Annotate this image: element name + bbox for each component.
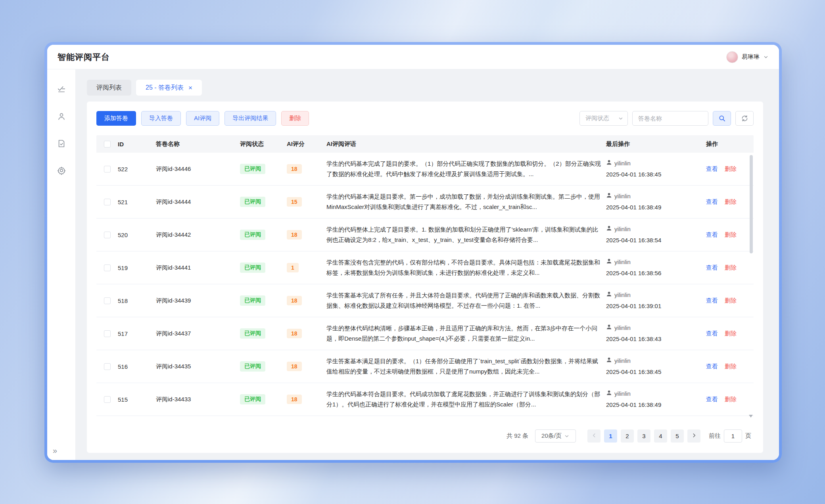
view-link[interactable]: 查看 xyxy=(706,330,718,337)
view-link[interactable]: 查看 xyxy=(706,198,718,206)
view-link[interactable]: 查看 xyxy=(706,297,718,305)
tab-review-list[interactable]: 评阅列表 xyxy=(87,80,131,96)
page-button-5[interactable]: 5 xyxy=(671,429,684,443)
page-button-2[interactable]: 2 xyxy=(621,429,634,443)
score-badge: 15 xyxy=(287,197,302,207)
add-answer-button[interactable]: 添加答卷 xyxy=(96,111,136,126)
delete-link[interactable]: 删除 xyxy=(725,264,737,272)
user-menu[interactable]: 易琳琳 xyxy=(726,51,769,63)
column-header-lastop: 最后操作 xyxy=(606,140,706,148)
operation-time: 2025-04-01 16:38:54 xyxy=(606,235,702,246)
cell-last-operation: yilinlin 2025-04-01 16:39:01 xyxy=(606,289,706,312)
table-row: 516 评阅id-34435 已评阅 18 学生答案基本满足题目的要求。（1）任… xyxy=(96,350,754,383)
operation-time: 2025-04-01 16:39:01 xyxy=(606,301,702,312)
close-icon[interactable]: × xyxy=(188,84,192,91)
answers-table: ID 答卷名称 评阅状态 AI评分 AI评阅评语 最后操作 操作 522 评阅i xyxy=(96,135,754,422)
view-link[interactable]: 查看 xyxy=(706,363,718,370)
goto-page-input[interactable] xyxy=(724,429,742,443)
delete-link[interactable]: 删除 xyxy=(725,396,737,403)
status-badge: 已评阅 xyxy=(240,394,265,404)
delete-link[interactable]: 删除 xyxy=(725,165,737,173)
content-card: 添加答卷 导入答卷 AI评阅 导出评阅结果 删除 评阅状态 xyxy=(87,102,763,453)
next-page-button[interactable] xyxy=(687,429,700,443)
cell-score: 18 xyxy=(287,296,326,305)
page-button-1[interactable]: 1 xyxy=(604,429,617,443)
view-link[interactable]: 查看 xyxy=(706,231,718,239)
cell-comment: 学生的代码基本满足题目要求。第一步中，成功加载了数据，并划分成训练集和测试集。第… xyxy=(326,192,606,212)
chevron-down-icon xyxy=(618,116,624,121)
cell-actions: 查看 删除 xyxy=(706,330,754,337)
view-link[interactable]: 查看 xyxy=(706,264,718,272)
avatar[interactable] xyxy=(726,51,738,63)
prev-page-button[interactable] xyxy=(587,429,601,443)
cell-score: 18 xyxy=(287,329,326,338)
table-row: 517 评阅id-34437 已评阅 18 学生的整体代码结构清晰，步骤基本正确… xyxy=(96,317,754,350)
row-checkbox[interactable] xyxy=(104,330,111,337)
delete-button[interactable]: 删除 xyxy=(281,111,309,126)
ai-review-button[interactable]: AI评阅 xyxy=(186,111,219,126)
sidebar-collapse-button[interactable]: » xyxy=(53,446,57,455)
settings-gear-icon[interactable] xyxy=(57,166,66,175)
cell-status: 已评阅 xyxy=(240,328,287,339)
review-list-icon[interactable] xyxy=(57,85,66,94)
document-check-icon[interactable] xyxy=(57,139,66,148)
search-input[interactable] xyxy=(632,111,708,126)
scroll-down-arrow-icon[interactable] xyxy=(749,415,753,418)
cell-id: 519 xyxy=(118,264,156,271)
cell-comment: 学生答案基本完成了所有任务，并且大体符合题目要求。代码使用了正确的库和函数来载入… xyxy=(326,290,606,311)
operation-time: 2025-04-01 16:38:45 xyxy=(606,366,702,378)
score-badge: 18 xyxy=(287,362,302,371)
select-all-checkbox[interactable] xyxy=(104,141,111,148)
user-name: 易琳琳 xyxy=(742,53,760,61)
cell-id: 516 xyxy=(118,363,156,370)
cell-last-operation: yilinlin 2025-04-01 16:38:49 xyxy=(606,191,706,213)
page-button-4[interactable]: 4 xyxy=(654,429,667,443)
row-checkbox[interactable] xyxy=(104,199,111,205)
page-title: 智能评阅平台 xyxy=(58,52,110,63)
tab-answer-list[interactable]: 25 - 答卷列表 × xyxy=(136,80,202,96)
status-filter-select[interactable]: 评阅状态 xyxy=(579,111,628,126)
view-link[interactable]: 查看 xyxy=(706,165,718,173)
page-size-select[interactable]: 20条/页 xyxy=(535,429,576,443)
export-results-button[interactable]: 导出评阅结果 xyxy=(224,111,276,126)
row-checkbox[interactable] xyxy=(104,232,111,238)
row-checkbox[interactable] xyxy=(104,396,111,403)
delete-link[interactable]: 删除 xyxy=(725,330,737,337)
view-link[interactable]: 查看 xyxy=(706,396,718,403)
score-badge: 18 xyxy=(287,329,302,338)
page-button-3[interactable]: 3 xyxy=(637,429,650,443)
cell-score: 15 xyxy=(287,197,326,207)
delete-link[interactable]: 删除 xyxy=(725,198,737,206)
operator-name: yilinlin xyxy=(614,388,631,399)
operation-time: 2025-04-01 16:38:49 xyxy=(606,399,702,410)
cell-score: 1 xyxy=(287,263,326,272)
cell-id: 518 xyxy=(118,297,156,304)
status-badge: 已评阅 xyxy=(240,164,265,174)
cell-id: 520 xyxy=(118,232,156,238)
column-header-action: 操作 xyxy=(706,140,754,148)
refresh-button[interactable] xyxy=(735,111,754,126)
table-scrollbar-thumb[interactable] xyxy=(750,155,753,253)
row-checkbox[interactable] xyxy=(104,363,111,370)
delete-link[interactable]: 删除 xyxy=(725,297,737,305)
row-checkbox[interactable] xyxy=(104,297,111,304)
cell-last-operation: yilinlin 2025-04-01 16:38:45 xyxy=(606,355,706,378)
cell-score: 18 xyxy=(287,362,326,371)
row-checkbox[interactable] xyxy=(104,264,111,271)
person-icon xyxy=(606,289,612,301)
cell-actions: 查看 删除 xyxy=(706,297,754,305)
import-answer-button[interactable]: 导入答卷 xyxy=(141,111,181,126)
cell-score: 18 xyxy=(287,230,326,240)
person-icon xyxy=(606,224,612,235)
tab-label: 评阅列表 xyxy=(96,84,122,92)
cell-name: 评阅id-34433 xyxy=(156,396,240,403)
toolbar: 添加答卷 导入答卷 AI评阅 导出评阅结果 删除 评阅状态 xyxy=(96,111,754,126)
user-icon[interactable] xyxy=(57,112,66,121)
person-icon xyxy=(606,158,612,169)
delete-link[interactable]: 删除 xyxy=(725,231,737,239)
row-checkbox[interactable] xyxy=(104,166,111,172)
cell-name: 评阅id-34437 xyxy=(156,330,240,337)
delete-link[interactable]: 删除 xyxy=(725,363,737,370)
cell-id: 522 xyxy=(118,166,156,172)
search-button[interactable] xyxy=(713,111,731,126)
